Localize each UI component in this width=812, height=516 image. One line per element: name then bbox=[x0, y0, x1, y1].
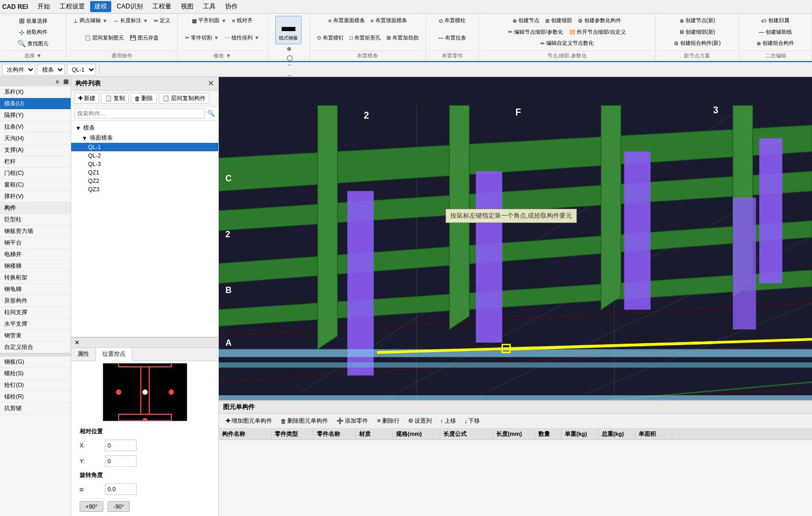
select-sub-component[interactable]: 次构件 bbox=[2, 64, 35, 75]
btn-add-element[interactable]: ✚增加图元单构件 bbox=[222, 415, 276, 426]
menu-model[interactable]: 建模 bbox=[90, 1, 111, 12]
btn-place-rect-hole[interactable]: □布置矩形孔 bbox=[347, 33, 383, 43]
left-item-tie-rod[interactable]: 系杆(X) bbox=[0, 86, 71, 98]
panel-close-2[interactable]: ✕ bbox=[74, 339, 80, 346]
menu-quantity[interactable]: 工程量 bbox=[148, 1, 176, 12]
menu-start[interactable]: 开始 bbox=[33, 1, 54, 12]
x-input[interactable] bbox=[105, 440, 137, 451]
btn-create-node-new[interactable]: ⊕创建节点(新) bbox=[677, 16, 718, 25]
btn-create-detail[interactable]: ⊞创建细部 bbox=[543, 16, 575, 25]
tree-item-qz2[interactable]: QZ2 bbox=[71, 177, 218, 185]
left-item-col-brace[interactable]: 柱间支撑 bbox=[0, 307, 71, 318]
left-item-horiz-brace[interactable]: 水平支撑 bbox=[0, 318, 71, 330]
y-input[interactable] bbox=[105, 455, 137, 467]
btn-delete-element[interactable]: 🗑删除图元单构件 bbox=[277, 415, 332, 426]
btn-linear-arrange[interactable]: ⋯线性排列▼ bbox=[222, 33, 262, 43]
tree-item-qz1[interactable]: QZ1 bbox=[71, 168, 218, 177]
btn-layer-copy-element[interactable]: 📋层间复制图元 bbox=[82, 33, 127, 43]
left-item-anchor-bolt[interactable]: 锚栓(R) bbox=[0, 391, 71, 403]
btn-define[interactable]: ✏定义 bbox=[151, 16, 173, 25]
left-item-window-frame[interactable]: 窗框(C) bbox=[0, 179, 71, 191]
left-item-strut[interactable]: 撑杆(V) bbox=[0, 191, 71, 202]
tree-item-wall-purlin[interactable]: ▼ 墙面檩条 bbox=[71, 133, 218, 143]
btn-create-param[interactable]: ⚙创建参数化构件 bbox=[575, 16, 624, 25]
btn-layer-copy-component[interactable]: 📋层间复制构件 bbox=[159, 93, 209, 104]
btn-new-component[interactable]: ✚新建 bbox=[74, 93, 99, 104]
btn-draw-circle1[interactable]: ⊕ bbox=[284, 45, 295, 53]
btn-add-part[interactable]: ➕添加零件 bbox=[333, 415, 372, 426]
btn-find-element[interactable]: 🔍 查找图元 bbox=[15, 38, 51, 48]
btn-delete-component[interactable]: 🗑删除 bbox=[131, 93, 157, 104]
tree-item-purlin-root[interactable]: ▼ 檩条 bbox=[71, 123, 218, 133]
left-item-steel-stair[interactable]: 钢楼梯 bbox=[0, 260, 71, 272]
btn-draw-circle2[interactable]: ◯ bbox=[284, 54, 295, 62]
btn-plus90[interactable]: +90° bbox=[80, 501, 103, 512]
btn-place-stiffener[interactable]: ⊞布置加劲肋 bbox=[384, 33, 421, 43]
btn-batch-select[interactable]: ⊞ 批量选择 bbox=[16, 16, 50, 26]
btn-create-detail-new[interactable]: ⊞创建细部(新) bbox=[677, 27, 718, 37]
select-purlin[interactable]: 檩条 bbox=[37, 64, 65, 75]
select-ql1[interactable]: QL-1 bbox=[67, 64, 96, 75]
btn-line-steel-plate[interactable]: ▬ 线式钢板 bbox=[275, 16, 302, 44]
btn-length-dimension[interactable]: ↔长度标注▼ bbox=[111, 16, 151, 25]
btn-edit-custom-node[interactable]: ✏编辑自定义节点数化 bbox=[538, 38, 596, 48]
btn-part-cut[interactable]: ✂零件切割▼ bbox=[182, 33, 221, 43]
btn-place-purlin-nail[interactable]: ⊙布置檩钉 bbox=[314, 33, 346, 43]
left-item-custom-combo[interactable]: 自定义组合 bbox=[0, 342, 71, 353]
btn-draw-arc1[interactable]: ⌒ bbox=[284, 63, 295, 72]
btn-create-combo-component[interactable]: ⊕创建组合构件 bbox=[754, 38, 797, 48]
btn-delete-row[interactable]: ✕删除行 bbox=[373, 415, 403, 426]
btn-create-attribution[interactable]: 🏷创建归属 bbox=[759, 16, 792, 25]
left-item-steel-tube[interactable]: 钢管束 bbox=[0, 330, 71, 342]
btn-minus90[interactable]: -90° bbox=[108, 501, 130, 512]
left-item-batched-select[interactable]: ≡ ▦ bbox=[0, 77, 71, 86]
search-icon[interactable]: 🔍 bbox=[207, 110, 215, 117]
tree-item-qz3[interactable]: QZ3 bbox=[71, 185, 218, 193]
tab-properties[interactable]: 属性 bbox=[71, 348, 96, 361]
left-item-steel-plate[interactable]: 钢板(G) bbox=[0, 356, 71, 368]
tree-item-ql2[interactable]: QL-2 bbox=[71, 151, 218, 160]
left-item-elevator[interactable]: 电梯井 bbox=[0, 249, 71, 260]
search-component-input[interactable] bbox=[74, 108, 205, 119]
left-item-special-component[interactable]: 异形构件 bbox=[0, 295, 71, 307]
tree-item-ql1[interactable]: QL-1 bbox=[71, 143, 218, 151]
btn-move-up[interactable]: ↑上移 bbox=[437, 415, 460, 426]
left-item-spacer[interactable]: 隔撑(Y) bbox=[0, 110, 71, 121]
menu-project-settings[interactable]: 工程设置 bbox=[55, 1, 89, 12]
left-item-purlin[interactable]: 檩条(U) bbox=[0, 98, 71, 110]
btn-place-roof-purlin[interactable]: ≡布置屋面檩条 bbox=[326, 16, 368, 25]
menu-cad[interactable]: CAD识别 bbox=[112, 1, 147, 12]
left-item-bolt[interactable]: 螺栓(S) bbox=[0, 368, 71, 379]
menu-collaborate[interactable]: 协作 bbox=[221, 1, 242, 12]
btn-explode-node[interactable]: 💥炸开节点细部/自定义 bbox=[566, 27, 629, 37]
btn-line-align[interactable]: ≡线对齐 bbox=[229, 16, 255, 25]
menu-view[interactable]: 视图 bbox=[177, 1, 198, 12]
left-item-tie[interactable]: 拉条(V) bbox=[0, 121, 71, 133]
btn-place-tie-rod[interactable]: —布置拉条 bbox=[436, 33, 469, 43]
left-item-gutter[interactable]: 天沟(H) bbox=[0, 133, 71, 144]
btn-pick-component[interactable]: ⊹ 拾取构件 bbox=[16, 27, 50, 37]
btn-place-purlin-col[interactable]: ⊙布置檩柱 bbox=[436, 16, 468, 25]
btn-save-element[interactable]: 💾图元存盘 bbox=[127, 33, 161, 43]
btn-set-column[interactable]: ⚙设置列 bbox=[404, 415, 436, 426]
left-item-door-frame[interactable]: 门框(C) bbox=[0, 168, 71, 179]
left-item-railing[interactable]: 栏杆 bbox=[0, 156, 71, 168]
tree-item-ql3[interactable]: QL-3 bbox=[71, 160, 218, 168]
panel-close-button[interactable]: ✕ bbox=[208, 79, 214, 88]
btn-copy-component[interactable]: 📋复制 bbox=[101, 93, 129, 104]
btn-place-wall-purlin[interactable]: ≡布置墙面檩条 bbox=[368, 16, 410, 25]
alpha-input[interactable] bbox=[105, 483, 137, 495]
tab-position-control[interactable]: 位置控点 bbox=[96, 348, 132, 361]
btn-two-point-axis[interactable]: ⊥两点辅轴▼ bbox=[71, 16, 110, 25]
btn-edit-node-detail[interactable]: ✏编辑节点细部/参数化 bbox=[506, 27, 566, 37]
btn-create-aux-line[interactable]: —创建辅助线 bbox=[756, 27, 795, 37]
btn-create-node[interactable]: ⊕创建节点 bbox=[510, 16, 542, 25]
left-item-steel-platform[interactable]: 钢平台 bbox=[0, 237, 71, 249]
left-item-stud-bolt[interactable]: 栓钉(D) bbox=[0, 379, 71, 391]
left-item-steel-turtle-stair[interactable]: 钢龟梯 bbox=[0, 284, 71, 295]
left-item-steel-plate-shear[interactable]: 钢板剪力墙 bbox=[0, 226, 71, 237]
btn-align-to-face[interactable]: ▦平齐到面▼ bbox=[189, 16, 229, 25]
left-item-transfer-truss[interactable]: 转换桁架 bbox=[0, 272, 71, 284]
btn-create-combo-new[interactable]: ⚙创建组合构件(新) bbox=[671, 38, 723, 48]
left-item-shear-key[interactable]: 抗剪键 bbox=[0, 403, 71, 414]
